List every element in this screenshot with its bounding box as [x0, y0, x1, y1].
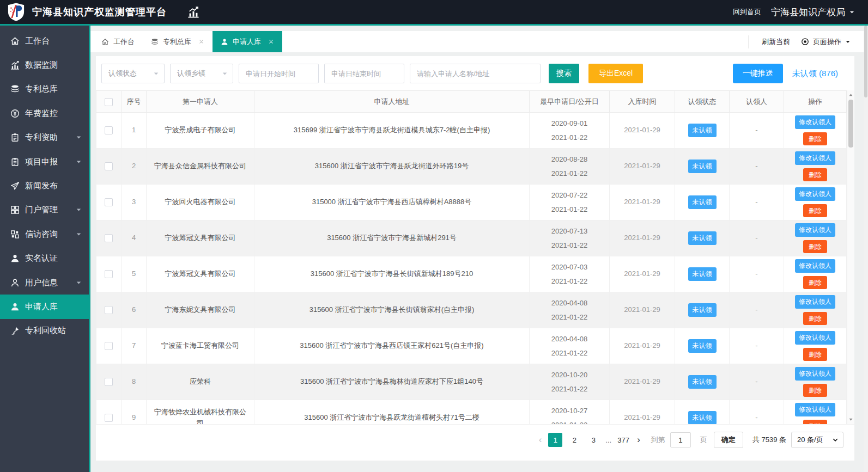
edit-claimer-button[interactable]: 修改认领人 — [795, 295, 835, 309]
tab-专利总库[interactable]: 专利总库 — [143, 31, 213, 52]
next-page-button[interactable]: › — [635, 434, 642, 445]
page-scrollbar-thumb[interactable] — [864, 26, 867, 97]
edit-claimer-button[interactable]: 修改认领人 — [795, 403, 835, 416]
monitor-chart-icon[interactable] — [187, 6, 199, 18]
tab-工作台[interactable]: 工作台 — [93, 31, 143, 52]
edit-claimer-button[interactable]: 修改认领人 — [795, 223, 835, 237]
sidebar-item-用户信息[interactable]: 用户信息 — [0, 271, 89, 295]
row-index: 1 — [122, 113, 147, 149]
row-checkbox[interactable] — [105, 126, 113, 134]
applicant-address: 315600 浙江省宁波市宁海县长街镇新城村189号210 — [254, 256, 530, 292]
sidebar-item-数据监测[interactable]: 数据监测 — [0, 53, 89, 77]
chevron-down-icon — [832, 437, 839, 443]
status-badge: 未认领 — [688, 195, 717, 209]
page-number-377[interactable]: 377 — [616, 433, 630, 447]
sidebar-item-实名认证[interactable]: 实名认证 — [0, 247, 89, 271]
back-home-link[interactable]: 回到首页 — [733, 7, 761, 17]
home-icon — [10, 36, 20, 46]
scroll-down-icon[interactable] — [847, 416, 854, 424]
apply-date-end-input[interactable] — [324, 64, 404, 83]
sidebar-item-新闻发布[interactable]: 新闻发布 — [0, 174, 89, 198]
apply-date-start-input[interactable] — [239, 64, 319, 83]
page-number-3[interactable]: 3 — [586, 433, 600, 447]
edit-claimer-button[interactable]: 修改认领人 — [795, 367, 835, 381]
unclaimed-count-link[interactable]: 未认领 (876) — [792, 69, 838, 79]
page-size-select[interactable]: 20 条/页 — [791, 432, 843, 448]
claim-status-cell: 未认领 — [675, 400, 730, 425]
org-dropdown[interactable]: 宁海县知识产权局 — [771, 6, 855, 19]
refresh-current-button[interactable]: 刷新当前 — [762, 37, 790, 47]
row-checkbox[interactable] — [105, 378, 113, 386]
page-ellipsis: ... — [605, 436, 611, 444]
applicant-name: 宁波筹冠文具有限公司 — [147, 220, 254, 256]
close-icon[interactable] — [198, 39, 204, 45]
tab-申请人库[interactable]: 申请人库 — [213, 31, 282, 52]
goto-page-input[interactable] — [670, 432, 691, 448]
sidebar-item-申请人库[interactable]: 申请人库 — [0, 295, 89, 318]
sidebar-item-信访咨询[interactable]: 信访咨询 — [0, 222, 89, 246]
row-checkbox[interactable] — [105, 162, 113, 170]
sidebar-item-专利回收站[interactable]: 专利回收站 — [0, 319, 89, 343]
claim-town-select[interactable]: 认领乡镇 — [170, 64, 233, 83]
table-row: 9宁海牧烨农业机械科技有限公司315600 浙江省宁波市宁海县跃龙街道檀树头村7… — [96, 400, 847, 425]
sidebar-item-专利资助[interactable]: 专利资助 — [0, 126, 89, 150]
sidebar-item-项目申报[interactable]: 项目申报 — [0, 150, 89, 174]
delete-button[interactable]: 删除 — [803, 168, 827, 182]
scrollbar-thumb[interactable] — [848, 100, 853, 148]
applicant-keyword-input[interactable] — [410, 64, 541, 83]
edit-claimer-button[interactable]: 修改认领人 — [795, 187, 835, 201]
sidebar-item-label: 项目申报 — [25, 157, 58, 167]
prev-page-button[interactable]: ‹ — [537, 434, 544, 445]
page-scrollbar[interactable] — [864, 26, 868, 472]
claim-status-cell: 未认领 — [675, 328, 730, 364]
claimer-cell: - — [730, 220, 784, 256]
delete-button[interactable]: 删除 — [803, 132, 827, 146]
edit-claimer-button[interactable]: 修改认领人 — [795, 151, 835, 165]
one-key-push-button[interactable]: 一键推送 — [733, 64, 783, 83]
status-badge: 未认领 — [688, 124, 717, 137]
edit-claimer-button[interactable]: 修改认领人 — [795, 259, 835, 273]
claimer-cell: - — [730, 364, 784, 400]
applicant-address: 315600 浙江省宁波市宁海县跃龙街道檀树头村71号二楼 — [254, 400, 530, 425]
search-button[interactable]: 搜索 — [549, 64, 579, 83]
delete-button[interactable]: 删除 — [803, 312, 827, 326]
row-actions: 修改认领人删除 — [784, 256, 847, 292]
select-all-checkbox[interactable] — [105, 98, 113, 106]
sidebar-item-工作台[interactable]: 工作台 — [0, 29, 89, 53]
row-index: 8 — [122, 364, 147, 400]
row-checkbox[interactable] — [105, 342, 113, 350]
goto-confirm-button[interactable]: 确定 — [714, 432, 743, 448]
apply-publish-dates: 2020-04-082021-01-22 — [530, 328, 610, 364]
delete-button[interactable]: 删除 — [803, 204, 827, 218]
edit-claimer-button[interactable]: 修改认领人 — [795, 115, 835, 129]
row-checkbox[interactable] — [105, 234, 113, 242]
sidebar-item-专利总库[interactable]: 专利总库 — [0, 77, 89, 101]
scroll-up-icon[interactable] — [847, 91, 854, 99]
delete-button[interactable]: 删除 — [803, 384, 827, 397]
claim-status-placeholder: 认领状态 — [108, 69, 137, 78]
page-number-1[interactable]: 1 — [548, 433, 562, 447]
row-checkbox[interactable] — [105, 198, 113, 206]
export-excel-button[interactable]: 导出Excel — [588, 64, 643, 83]
row-checkbox[interactable] — [105, 306, 113, 314]
page-ops-label: 页面操作 — [813, 37, 841, 47]
edit-claimer-button[interactable]: 修改认领人 — [795, 331, 835, 345]
claim-status-select[interactable]: 认领状态 — [101, 64, 165, 83]
close-icon[interactable] — [268, 39, 274, 45]
status-badge: 未认领 — [688, 303, 717, 317]
delete-button[interactable]: 删除 — [803, 348, 827, 361]
row-checkbox[interactable] — [105, 414, 113, 422]
delete-button[interactable]: 删除 — [803, 240, 827, 254]
sidebar-item-年费监控[interactable]: 年费监控 — [0, 101, 89, 125]
delete-button[interactable]: 删除 — [803, 276, 827, 290]
delete-button[interactable]: 删除 — [803, 420, 827, 425]
sidebar-item-label: 申请人库 — [25, 302, 58, 312]
page-number-2[interactable]: 2 — [567, 433, 581, 447]
sidebar-item-门户管理[interactable]: 门户管理 — [0, 198, 89, 222]
claim-status-cell: 未认领 — [675, 113, 730, 149]
page-ops-dropdown[interactable]: 页面操作 — [801, 37, 851, 47]
column-header: 认领人 — [730, 91, 784, 113]
row-checkbox[interactable] — [105, 270, 113, 278]
row-actions: 修改认领人删除 — [784, 400, 847, 425]
table-scrollbar[interactable] — [847, 90, 854, 424]
